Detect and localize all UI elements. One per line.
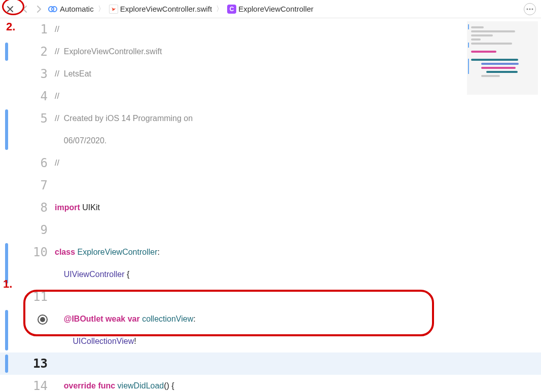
code-content[interactable]: @IBOutlet weak var collectionView: [55,308,196,330]
related-items-icon [48,4,58,14]
line-number: 7 [0,174,55,197]
code-line-wrap[interactable]: UICollectionView! [0,330,541,352]
code-line[interactable]: 11 [0,286,541,308]
line-number: 6 [0,152,55,174]
chevron-right-icon: 〉 [97,5,106,14]
breadcrumb-scheme[interactable]: Automatic [48,4,94,14]
code-line[interactable]: 5// Created by iOS 14 Programming on [0,107,541,130]
code-content[interactable]: // [55,18,59,41]
code-content[interactable]: // Created by iOS 14 Programming on [55,107,193,130]
code-content[interactable]: UICollectionView! [55,330,136,352]
code-editor[interactable]: 1//2// ExploreViewController.swift3// Le… [0,18,541,392]
code-line[interactable]: 3// LetsEat [0,63,541,85]
code-line-wrap[interactable]: 06/07/2020. [0,130,541,152]
code-content[interactable]: // LetsEat [55,63,91,85]
code-content[interactable]: UIViewController { [55,263,129,286]
swift-file-icon [109,5,118,14]
editor-toolbar: Automatic 〉 ExploreViewController.swift … [0,0,541,18]
code-line[interactable]: 2// ExploreViewController.swift [0,41,541,63]
code-line[interactable]: 9 [0,219,541,241]
svg-point-2 [527,8,528,10]
breadcrumb-file-label: ExploreViewController.swift [120,5,212,13]
line-number: 5 [0,107,55,130]
line-number: 8 [0,197,55,219]
breadcrumb-scheme-label: Automatic [60,5,94,13]
code-line[interactable]: 14 override func viewDidLoad() { [0,375,541,392]
breadcrumb-symbol-label: ExploreViewController [238,5,313,13]
svg-point-4 [532,8,533,10]
outlet-connection-icon[interactable] [38,315,48,325]
code-line[interactable]: @IBOutlet weak var collectionView: [0,308,541,330]
code-content[interactable]: override func viewDidLoad() { [55,375,174,392]
more-options-button[interactable] [524,3,536,15]
line-number [0,308,55,330]
svg-point-3 [529,8,531,10]
breadcrumb-symbol[interactable]: C ExploreViewController [227,5,313,14]
code-content[interactable]: // [55,152,59,174]
line-number: 1 [0,18,55,41]
line-number: 9 [0,219,55,241]
code-line[interactable]: 4// [0,85,541,107]
code-line[interactable]: 10class ExploreViewController: [0,241,541,263]
code-content[interactable]: class ExploreViewController: [55,241,160,263]
minimap[interactable] [467,21,538,95]
code-line[interactable]: 8import UIKit [0,197,541,219]
nav-back-button[interactable] [19,5,30,13]
class-icon: C [227,5,236,14]
code-line[interactable]: 7 [0,174,541,197]
code-line[interactable]: 1// [0,18,541,41]
change-bar [5,43,8,61]
code-content[interactable]: 06/07/2020. [55,130,106,152]
code-line[interactable]: 6// [0,152,541,174]
line-number: 10 [0,241,55,263]
breadcrumb-file[interactable]: ExploreViewController.swift [109,5,212,14]
line-number: 3 [0,63,55,85]
change-bar [5,355,8,373]
nav-forward-button[interactable] [33,5,45,13]
code-content[interactable]: // [55,85,59,107]
code-line[interactable]: 13 [0,352,541,375]
line-number: 14 [0,375,55,392]
code-content[interactable]: import UIKit [55,197,100,219]
line-number: 2 [0,41,55,63]
close-icon[interactable] [4,3,16,15]
chevron-right-icon: 〉 [215,5,224,14]
annotation-label-1: 1. [3,278,12,291]
code-line-wrap[interactable]: UIViewController { [0,263,541,286]
line-number: 13 [0,352,55,375]
line-number: 4 [0,85,55,107]
code-content[interactable]: // ExploreViewController.swift [55,41,162,63]
